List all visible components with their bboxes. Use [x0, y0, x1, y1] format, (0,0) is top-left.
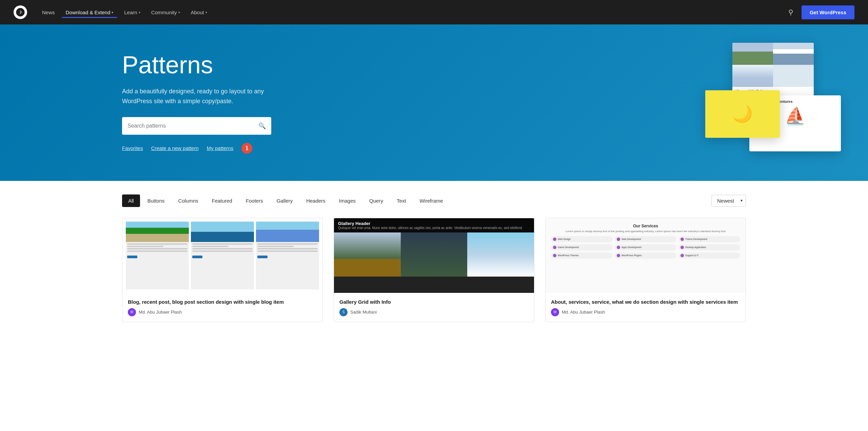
service-item-7: WordPress Themes [551, 252, 613, 259]
service-dot-9 [680, 254, 684, 257]
nav-right: ⚲ Get WordPress [786, 5, 854, 19]
hero-content: Patterns Add a beautifully designed, rea… [122, 52, 292, 154]
tab-gallery[interactable]: Gallery [271, 194, 299, 207]
service-dot-6 [680, 246, 684, 249]
author-avatar-services: M [551, 308, 559, 316]
filter-tabs: All Buttons Columns Featured Footers Gal… [122, 194, 746, 207]
mountain-img-1 [732, 43, 773, 65]
author-avatar-blog: M [128, 308, 136, 316]
nav-download[interactable]: Download & Extend ▾ [62, 7, 118, 18]
search-icon: ⚲ [788, 8, 793, 16]
mountain-img-4 [773, 65, 814, 87]
gallery-header-sub: Quisque vel erat uma. Nunc ante dolor, u… [338, 226, 530, 230]
tab-featured[interactable]: Featured [206, 194, 238, 207]
services-preview: Our Services Lorem ipsum is simply dummy… [546, 218, 746, 293]
nav-learn[interactable]: Learn ▾ [120, 7, 144, 18]
create-pattern-link[interactable]: Create a new pattern [151, 145, 199, 151]
service-dot-7 [553, 254, 556, 257]
service-dot-4 [553, 246, 556, 249]
tab-buttons[interactable]: Buttons [141, 194, 171, 207]
pattern-author-blog: M Md. Abu Jubaer Plash [128, 308, 317, 316]
service-dot-2 [617, 238, 620, 241]
pattern-card-services[interactable]: Our Services Lorem ipsum is simply dummy… [545, 218, 746, 322]
pattern-name-gallery: Gallery Grid with Info [339, 298, 529, 305]
about-chevron-icon: ▾ [205, 11, 207, 14]
nav-links: News Download & Extend ▾ Learn ▾ Communi… [38, 7, 786, 18]
pattern-info-gallery: Gallery Grid with Info S Sadik Multani [334, 293, 534, 322]
sort-select[interactable]: Newest Oldest Popular [711, 195, 746, 207]
blog-text-3 [256, 242, 319, 254]
service-item-1: Web Design [551, 236, 613, 242]
pattern-info-services: About, services, service, what we do sec… [546, 293, 746, 322]
search-bar: 🔍 [122, 117, 271, 135]
hero-card-moon: 🌙 [705, 90, 780, 138]
main-content: All Buttons Columns Featured Footers Gal… [0, 181, 868, 336]
blog-col-3 [256, 222, 319, 289]
tab-images[interactable]: Images [333, 194, 362, 207]
service-dot-8 [617, 254, 620, 257]
blog-preview [122, 218, 322, 293]
get-wordpress-button[interactable]: Get WordPress [802, 5, 854, 19]
blog-col-1 [126, 222, 189, 289]
nav-search-button[interactable]: ⚲ [786, 5, 796, 19]
blog-img-sky [256, 222, 319, 242]
nav-community[interactable]: Community ▾ [147, 7, 184, 18]
tab-text[interactable]: Text [391, 194, 412, 207]
navbar: W News Download & Extend ▾ Learn ▾ Commu… [0, 0, 868, 24]
search-input[interactable] [127, 123, 258, 129]
blog-btn-2 [192, 256, 202, 258]
gallery-header-bar: Glallery Header Quisque vel erat uma. Nu… [334, 218, 534, 232]
mountain-img-2 [773, 43, 814, 65]
service-item-4: Game Development [551, 244, 613, 250]
tab-footers[interactable]: Footers [240, 194, 269, 207]
nav-about[interactable]: About ▾ [187, 7, 211, 18]
blog-btn-3 [257, 256, 268, 258]
moon-card-inner: 🌙 [705, 90, 780, 138]
search-submit-icon[interactable]: 🔍 [258, 122, 266, 130]
favorites-link[interactable]: Favorites [122, 145, 143, 151]
gallery-img-2 [401, 232, 468, 277]
gallery-preview: Glallery Header Quisque vel erat uma. Nu… [334, 218, 534, 293]
community-chevron-icon: ▾ [178, 11, 180, 14]
tab-query[interactable]: Query [363, 194, 389, 207]
service-dot-5 [617, 246, 620, 249]
svg-text:W: W [18, 10, 22, 15]
author-avatar-gallery: S [339, 308, 348, 316]
learn-chevron-icon: ▾ [139, 11, 140, 14]
pattern-card-gallery[interactable]: Glallery Header Quisque vel erat uma. Nu… [334, 218, 534, 322]
pattern-author-gallery: S Sadik Multani [339, 308, 529, 316]
service-item-3: Theme Development [678, 236, 740, 242]
nav-news[interactable]: News [38, 7, 59, 18]
tab-headers[interactable]: Headers [300, 194, 332, 207]
wordpress-logo[interactable]: W [14, 5, 27, 19]
service-item-6: Desktop Application [678, 244, 740, 250]
pattern-name-blog: Blog, recent post, blog post section des… [128, 298, 317, 305]
service-dot-3 [680, 238, 684, 241]
tab-columns[interactable]: Columns [172, 194, 204, 207]
blog-text-2 [191, 242, 254, 254]
service-dot-1 [553, 238, 556, 241]
services-grid: Web Design Web Development Theme Develop… [551, 236, 740, 259]
tab-all[interactable]: All [122, 194, 140, 207]
notification-badge: 1 [241, 143, 252, 154]
blog-text-1 [126, 242, 189, 254]
services-sub: Lorem ipsum is simply dummy text of the … [551, 230, 740, 233]
service-item-9: Support & IT [678, 252, 740, 259]
page-title: Patterns [122, 52, 292, 78]
pattern-name-services: About, services, service, what we do sec… [551, 298, 740, 305]
blog-img-palm [126, 222, 189, 242]
hero-section: Patterns Add a beautifully designed, rea… [0, 24, 868, 181]
gallery-img-1 [334, 232, 401, 277]
hero-description: Add a beautifully designed, ready to go … [122, 87, 292, 106]
mountain-img-3 [732, 65, 773, 87]
tab-wireframe[interactable]: Wireframe [413, 194, 449, 207]
blog-btn-1 [127, 256, 137, 258]
download-chevron-icon: ▾ [112, 11, 113, 14]
hero-quick-links: Favorites Create a new pattern My patter… [122, 143, 292, 154]
my-patterns-link[interactable]: My patterns [207, 145, 233, 151]
pattern-author-services: M Md. Abu Jubaer Plash [551, 308, 740, 316]
services-title: Our Services [551, 224, 740, 228]
pattern-card-blog[interactable]: Blog, recent post, blog post section des… [122, 218, 323, 322]
service-item-5: Apps Development [615, 244, 676, 250]
blog-img-boat [191, 222, 254, 242]
